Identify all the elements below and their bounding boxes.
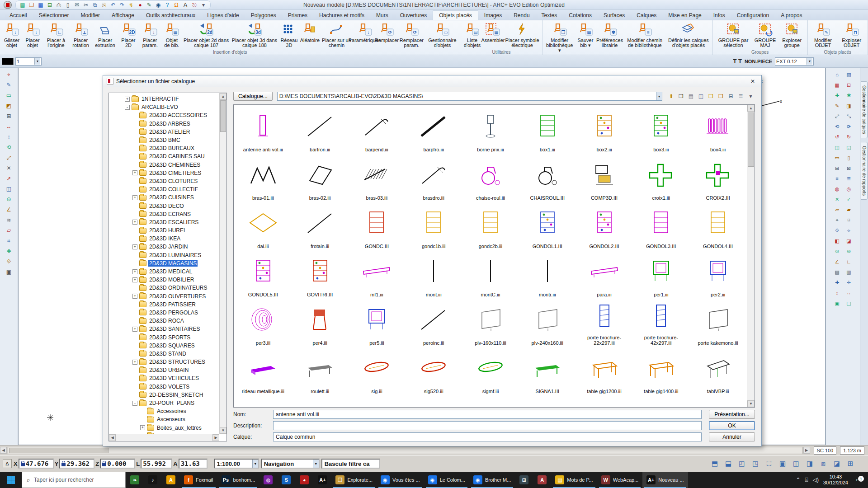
- ribbon-button-d-finir-les-calques-d-objets-plac-s[interactable]: Définir les calques d'objets placés: [666, 21, 711, 48]
- arc-logo-icon[interactable]: A: [181, 1, 189, 9]
- right-toolbar-icon[interactable]: ◧: [832, 236, 842, 246]
- view-tool-icon[interactable]: ⬓: [722, 458, 734, 469]
- ribbon-button-remplacer[interactable]: ⟳Remplacer: [376, 21, 397, 43]
- ribbon-button-modifier-objet[interactable]: ✎Modifier OBJET: [809, 21, 837, 48]
- expand-icon[interactable]: +: [132, 277, 137, 282]
- tab-lignes-d-aide[interactable]: Lignes d'aide: [201, 11, 245, 20]
- tab-outils-architecturaux[interactable]: Outils architecturaux: [140, 11, 201, 20]
- expand-icon[interactable]: +: [132, 244, 137, 249]
- favorites-icon[interactable]: ❒: [717, 92, 725, 100]
- history-icon[interactable]: ▤: [687, 92, 695, 100]
- annuler-button[interactable]: Annuler: [709, 432, 755, 441]
- description-field[interactable]: [273, 421, 702, 430]
- start-button[interactable]: [0, 472, 22, 488]
- collapse-icon[interactable]: -: [125, 105, 130, 110]
- left-toolbar-icon[interactable]: ∠: [4, 205, 14, 215]
- ribbon-button-exploser-groupe[interactable]: Exploser groupe: [778, 21, 806, 48]
- ribbon-button-assembler[interactable]: ▦Assembler: [482, 21, 503, 43]
- right-toolbar-icon[interactable]: ↕: [832, 288, 842, 298]
- tab-infos[interactable]: Infos: [708, 11, 731, 20]
- scroll-up-icon[interactable]: ▲: [220, 93, 226, 100]
- view-tool-icon[interactable]: ⧈: [817, 458, 829, 469]
- ribbon-button-placer-objet-3d-dans-calque-188[interactable]: 3dPlacer objet 3d dans calque 188: [231, 21, 279, 48]
- tab-s-lectionner[interactable]: Sélectionner: [33, 11, 75, 20]
- left-toolbar-icon[interactable]: ⤢: [4, 153, 14, 163]
- tree-item-2d-3d-bureaux[interactable]: 2D&3D BUREAUX: [109, 144, 219, 152]
- catalogue-item-porte-brochure-42x297-iii[interactable]: porte brochure-42x297.iii: [632, 299, 689, 347]
- right-toolbar-icon[interactable]: ∠: [832, 257, 842, 267]
- catalogue-item-chaise-roul-iii[interactable]: chaise-roul.iii: [462, 154, 519, 202]
- expand-icon[interactable]: +: [140, 425, 145, 430]
- catalogue-item-frotain-iii[interactable]: frotain.iii: [292, 202, 349, 251]
- left-toolbar-icon[interactable]: ⊙: [4, 194, 14, 204]
- tree-item-2d-3d-sanitaires[interactable]: +2D&3D SANITAIRES: [109, 325, 219, 333]
- items-scrollbar[interactable]: ▲ ▼: [747, 105, 755, 407]
- app-logo[interactable]: [0, 0, 15, 10]
- right-toolbar-icon[interactable]: ↺: [832, 132, 842, 142]
- left-toolbar-icon[interactable]: ✚: [4, 246, 14, 256]
- ribbon-button-objet-de-bib-[interactable]: ▦Objet de bib.: [161, 21, 182, 48]
- right-toolbar-icon[interactable]: ▥: [844, 267, 854, 277]
- expand-icon[interactable]: +: [132, 360, 137, 365]
- tree-item-2d-3d-vehicules[interactable]: 2D&3D VEHICULES: [109, 374, 219, 382]
- tree-item-2d-3d-atelier[interactable]: 2D&3D ATELIER: [109, 128, 219, 136]
- qat-more-icon[interactable]: ▾: [199, 1, 208, 9]
- tree-item-boites-aux-lettres[interactable]: +Boites_aux_lettres: [109, 424, 219, 432]
- tree-item-ascenseurs[interactable]: Ascenseurs: [109, 415, 219, 423]
- tree-item-2d-3d-patissier[interactable]: 2D&3D PATISSIER: [109, 300, 219, 309]
- chrome-button-3[interactable]: ◉Brother M...: [469, 472, 515, 488]
- layer-select[interactable]: 1 ▾: [15, 57, 42, 66]
- right-toolbar-icon[interactable]: ⌑: [844, 215, 854, 225]
- right-toolbar-icon[interactable]: ✚: [832, 90, 842, 100]
- tab-a-propos[interactable]: A propos: [775, 11, 808, 20]
- ribbon-button-placer-rotation[interactable]: ⟂Placer rotation: [69, 21, 92, 48]
- copy-icon[interactable]: ⧉: [91, 1, 99, 9]
- foxmail-button[interactable]: fFoxmail: [180, 472, 217, 488]
- print-icon[interactable]: ⎙: [55, 1, 63, 9]
- tree-item-2d-3d-sports[interactable]: 2D&3D SPORTS: [109, 333, 219, 341]
- ribbon-button-placer-sur-un-chemin[interactable]: Placer sur un chemin: [320, 21, 353, 48]
- view-tool-icon[interactable]: ◰: [736, 458, 748, 469]
- tree-item-2d-3d-urbain[interactable]: 2D&3D URBAIN: [109, 366, 219, 374]
- tree-item-2d-3d-accessoires[interactable]: 2D&3D ACCESSOIRES: [109, 111, 219, 119]
- scroll-right-icon[interactable]: ▶: [803, 447, 810, 454]
- ribbon-button-placer-extrusion[interactable]: Placer extrusion: [92, 21, 118, 48]
- volume-icon[interactable]: ◁): [813, 477, 819, 483]
- ribbon-button-placer-symbole-lectrique[interactable]: Placer symbole électrique: [503, 21, 541, 48]
- tree-item-2d-3d-roca[interactable]: 2D&3D ROCA: [109, 317, 219, 325]
- ribbon-button-placer-param-[interactable]: ↓Placer param.: [139, 21, 161, 48]
- tab-prismes[interactable]: Prismes: [282, 11, 313, 20]
- catalogue-item-per4-iii[interactable]: per4.iii: [292, 299, 349, 347]
- view-tool-icon[interactable]: ◨: [804, 458, 816, 469]
- tree-item-1nterractif[interactable]: +1NTERRACTIF: [109, 95, 219, 103]
- eye-dropdown-icon[interactable]: ◉: [154, 1, 162, 9]
- left-toolbar-icon[interactable]: ◩: [4, 101, 14, 111]
- paste-icon[interactable]: ⎘: [100, 1, 108, 9]
- catalogue-item-gondol4-iii[interactable]: GONDOL4.III: [689, 202, 746, 251]
- stop-icon[interactable]: ●: [136, 1, 144, 9]
- tree-item-2d-3d-bmc[interactable]: 2D&3D BMC: [109, 136, 219, 144]
- tree-item-2d-3d-ikea[interactable]: 2D&3D IKEA: [109, 235, 219, 243]
- autocad-like-icon[interactable]: A: [162, 472, 180, 488]
- tree-item-2d-3d-ouvertures[interactable]: +2D&3D OUVERTURES: [109, 292, 219, 300]
- catalogue-item-per3-iii[interactable]: per3.iii: [235, 299, 292, 347]
- up-folder-icon[interactable]: ⬆: [667, 92, 675, 100]
- ribbon-button-placer-l-origine[interactable]: ∟Placer à l'origine: [43, 21, 69, 48]
- list-icon[interactable]: ≣: [736, 92, 745, 100]
- left-toolbar-icon[interactable]: ⌗: [4, 236, 14, 246]
- expand-icon[interactable]: +: [132, 294, 137, 299]
- ribbon-button-sauver-bib-[interactable]: ▦Sauver bib ▾: [575, 21, 596, 48]
- tree-item-2d-3d-jardin[interactable]: +2D&3D JARDIN: [109, 243, 219, 251]
- save-all-icon[interactable]: ⊟: [46, 1, 54, 9]
- catalogue-item-per1-iii[interactable]: per1.iii: [632, 251, 689, 299]
- catalogue-item-chaisroul-iii[interactable]: CHAISROUL.III: [519, 154, 576, 202]
- catalogue-item-porte-kakemono-iii[interactable]: porte kakemono.iii: [689, 299, 746, 347]
- ribbon-button-placer-2d[interactable]: 2DPlacer 2D: [118, 21, 139, 48]
- right-toolbar-icon[interactable]: ⟲: [832, 122, 842, 131]
- tree-item-2d-3d-collectif[interactable]: 2D&3D COLLECTIF: [109, 185, 219, 193]
- expand-icon[interactable]: +: [132, 327, 137, 332]
- right-toolbar-icon[interactable]: ✎: [832, 101, 842, 111]
- left-toolbar-icon[interactable]: ≋: [4, 215, 14, 225]
- ribbon-button-param-triques[interactable]: ↓Paramétriques: [353, 21, 377, 43]
- tab-images[interactable]: Images: [478, 11, 508, 20]
